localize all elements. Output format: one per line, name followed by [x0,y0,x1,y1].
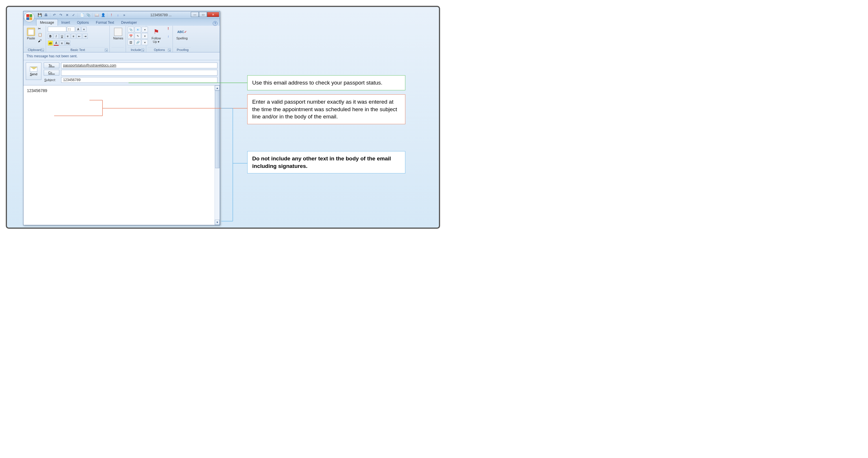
font-color-icon[interactable]: A [54,40,59,46]
save-icon[interactable]: 💾 [37,13,42,18]
tab-developer[interactable]: Developer [118,20,141,26]
scroll-up-icon[interactable]: ▲ [215,85,220,91]
tab-message[interactable]: Message [36,19,58,26]
align-left-icon[interactable]: ≡ [59,40,65,46]
importance-high-icon[interactable]: ! [109,13,114,18]
flag-icon: ⚑ [152,28,160,36]
cc-field[interactable] [61,70,217,75]
attach-item-icon[interactable]: 📧 [135,27,141,32]
help-button[interactable]: ? [213,21,217,26]
copy-icon[interactable]: 📋 [38,33,43,38]
titlebar: 💾 🖶 ↶ ↷ ✕ ✓ 📄 📎 📖 👤 ! ↓ » 123456789 ... [24,11,220,19]
callout-email-address: Use this email address to check your pas… [247,75,405,90]
to-field[interactable]: passportstatus@ustraveldocs.com [61,63,217,68]
tab-insert[interactable]: Insert [58,20,73,26]
instruction-frame: 💾 🖶 ↶ ↷ ✕ ✓ 📄 📎 📖 👤 ! ↓ » 123456789 ... [6,6,440,229]
group-clipboard-label: Clipboard [28,48,41,52]
group-basic-text-label: Basic Text [71,48,85,52]
high-importance-icon[interactable]: ! [165,27,171,32]
group-proofing-label: Proofing [175,47,191,52]
shrink-font-icon[interactable]: A [81,27,87,32]
scroll-thumb[interactable] [215,91,219,168]
signature-icon[interactable]: ✎ [135,33,141,39]
options-launcher[interactable]: ↘ [168,49,171,52]
permission-icon[interactable]: 👤 [101,13,105,18]
paste-icon [27,28,35,36]
attach-file-icon[interactable]: 📎 [128,27,134,32]
highlight-icon[interactable]: ab [48,40,53,46]
maximize-button[interactable]: ▭ [199,12,207,17]
basic-text-launcher[interactable]: ↘ [105,49,108,52]
envelope-icon [30,67,37,72]
tab-format-text[interactable]: Format Text [92,20,118,26]
new-icon[interactable]: 📄 [80,13,84,18]
spelling-button[interactable]: ABC✓ Spelling [175,27,189,41]
message-header: Send To... passportstatus@ustraveldocs.c… [24,60,220,85]
redo-icon[interactable]: ↷ [59,13,63,18]
scroll-down-icon[interactable]: ▼ [215,220,220,225]
include-launcher[interactable]: ↘ [141,49,144,52]
format-painter-icon[interactable]: 🖌 [38,39,43,44]
calendar-icon[interactable]: 📅 [128,33,134,39]
low-importance-icon[interactable]: ↓ [165,34,171,39]
group-names-label [112,47,124,52]
font-size-combo[interactable]: 11 [67,27,75,32]
print-icon[interactable]: 🖶 [44,13,48,18]
font-name-combo[interactable] [48,27,66,32]
callout-passport-number: Enter a valid passport number exactly as… [247,94,405,124]
callout-no-other-text: Do not include any other text in the bod… [247,151,405,174]
spelling-icon: ABC✓ [178,28,186,36]
tab-options[interactable]: Options [73,20,92,26]
office-button[interactable] [24,12,34,22]
subject-label: Subject: [44,78,59,82]
minimize-button[interactable]: — [191,12,199,17]
clipboard-launcher[interactable]: ↘ [41,49,44,52]
vertical-scrollbar[interactable]: ▲ ▼ [215,85,220,225]
undo-icon[interactable]: ↶ [52,13,57,18]
importance-low-icon[interactable]: ↓ [116,13,120,18]
hyperlink-icon[interactable]: 🔗 [135,39,141,45]
subject-field[interactable]: 123456789 [61,77,217,83]
ribbon-tabs: Message Insert Options Format Text Devel… [24,19,220,26]
numbering-icon[interactable]: ≡ [71,34,76,39]
attach-icon[interactable]: 📎 [86,13,91,18]
address-book-icon [114,28,122,36]
message-body-area: 123456789 ▲ ▼ [24,85,220,225]
followup-button[interactable]: ⚑ Follow Up ▾ [148,27,164,44]
group-include-label: Include [131,48,141,52]
names-button[interactable]: Names [112,27,125,41]
picture-icon[interactable]: 🖼 [128,39,134,45]
italic-button[interactable]: I [54,34,59,39]
more-icon[interactable]: » [122,13,126,18]
send-button[interactable]: Send [26,63,41,80]
book-icon[interactable]: 📖 [94,13,99,18]
quick-access-toolbar: 💾 🖶 ↶ ↷ ✕ ✓ 📄 📎 📖 👤 ! ↓ » [37,13,126,18]
to-button[interactable]: To... [44,63,59,68]
grow-font-icon[interactable]: A [75,27,81,32]
cut-icon[interactable]: ✂ [38,27,43,32]
outlook-compose-window: 💾 🖶 ↶ ↷ ✕ ✓ 📄 📎 📖 👤 ! ↓ » 123456789 ... [23,11,220,225]
cc-button[interactable]: Cc... [44,70,59,75]
group-options-label: Options [154,48,165,52]
bullets-icon[interactable]: ≡ [65,34,70,39]
bold-button[interactable]: B [48,34,53,39]
delete-icon[interactable]: ✕ [65,13,69,18]
message-body[interactable]: 123456789 [24,85,215,225]
close-button[interactable]: ✕ [207,12,219,17]
indent-right-icon[interactable]: ⇥ [83,34,88,39]
spellcheck-icon[interactable]: ✓ [71,13,76,18]
indent-left-icon[interactable]: ⇤ [77,34,82,39]
ribbon: Paste ✂ 📋 🖌 Clipboard↘ 11 A [24,26,220,52]
clear-format-icon[interactable]: Aa [65,40,70,46]
underline-button[interactable]: U [59,34,65,39]
info-bar: This message has not been sent. [24,52,220,60]
paste-button[interactable]: Paste [25,27,37,41]
send-label: end [32,72,37,76]
